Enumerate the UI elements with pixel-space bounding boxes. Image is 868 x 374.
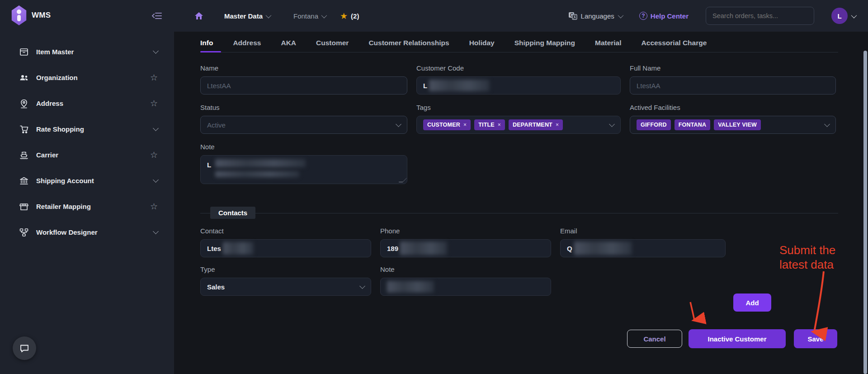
- favorites-indicator[interactable]: ★ (2): [340, 0, 359, 32]
- app-title: WMS: [32, 11, 51, 20]
- languages-label: Languages: [581, 12, 614, 20]
- workflow-icon: [19, 227, 29, 237]
- status-label: Status: [200, 104, 407, 111]
- tab-holiday[interactable]: Holiday: [469, 39, 495, 52]
- chevron-down-icon: [321, 12, 327, 18]
- tab-customer-relationships[interactable]: Customer Relationships: [368, 39, 449, 52]
- master-data-menu[interactable]: Master Data: [224, 0, 270, 32]
- actived-facilities-label: Actived Facilities: [630, 104, 836, 111]
- sidebar-item-carrier[interactable]: Carrier ☆: [0, 142, 174, 168]
- tag-chip: DEPARTMENT×: [509, 119, 563, 130]
- store-icon: [19, 202, 29, 212]
- sidebar-item-address[interactable]: Address ☆: [0, 90, 174, 116]
- home-icon[interactable]: [194, 11, 203, 20]
- redacted-value: [574, 241, 632, 255]
- tab-aka[interactable]: AKA: [281, 39, 296, 52]
- tab-info[interactable]: Info: [200, 39, 213, 52]
- question-icon: ?: [639, 12, 647, 20]
- scrollbar-thumb[interactable]: [863, 51, 867, 374]
- phone-label: Phone: [380, 227, 551, 235]
- star-icon[interactable]: ☆: [150, 151, 158, 159]
- sidebar-item-item-master[interactable]: Item Master: [0, 39, 174, 65]
- star-icon[interactable]: ☆: [150, 73, 158, 82]
- detail-tabs: Info Address AKA Customer Customer Relat…: [200, 39, 838, 52]
- facility-chip: VALLEY VIEW: [714, 119, 761, 130]
- cart-icon: [19, 124, 29, 134]
- tab-material[interactable]: Material: [595, 39, 622, 52]
- annotation-text: Submit the latest data: [779, 243, 835, 272]
- full-name-input[interactable]: LtestAA: [630, 76, 836, 95]
- sidebar-collapse-icon[interactable]: [152, 11, 162, 20]
- chevron-down-icon: [153, 125, 159, 131]
- cancel-button[interactable]: Cancel: [627, 330, 682, 348]
- people-icon: [19, 73, 29, 83]
- ship-icon: [19, 150, 29, 160]
- contact-input[interactable]: Ltes: [200, 239, 371, 257]
- tags-select[interactable]: CUSTOMER× TITLE× DEPARTMENT×: [416, 116, 621, 134]
- sidebar: Item Master Organization ☆ Address ☆ Rat…: [0, 32, 174, 374]
- chevron-down-icon: [618, 12, 623, 18]
- status-select[interactable]: Active: [200, 116, 407, 134]
- close-icon[interactable]: ×: [556, 122, 559, 128]
- app-logo[interactable]: WMS: [11, 5, 51, 25]
- actived-facilities-select[interactable]: GIFFORD FONTANA VALLEY VIEW: [630, 116, 836, 134]
- tab-accessorial-charge[interactable]: Accessorial Charge: [642, 39, 707, 52]
- type-select[interactable]: Sales: [200, 278, 371, 296]
- languages-menu[interactable]: G Languages: [568, 11, 622, 20]
- chat-button[interactable]: [13, 336, 36, 360]
- chevron-down-icon: [851, 12, 857, 18]
- customer-code-input[interactable]: L: [416, 76, 621, 95]
- global-search-input[interactable]: [706, 7, 814, 25]
- sidebar-item-rate-shopping[interactable]: Rate Shopping: [0, 116, 174, 142]
- tag-chip: TITLE×: [474, 119, 505, 130]
- chevron-down-icon: [396, 121, 401, 127]
- favorites-count: (2): [351, 12, 359, 20]
- facility-chip: GIFFORD: [637, 119, 671, 130]
- note-textarea[interactable]: L: [200, 155, 407, 184]
- main-content: Info Address AKA Customer Customer Relat…: [174, 32, 868, 374]
- inactive-customer-button[interactable]: Inactive Customer: [689, 329, 786, 348]
- sidebar-item-organization[interactable]: Organization ☆: [0, 65, 174, 90]
- help-center-link[interactable]: ? Help Center: [639, 12, 689, 20]
- tab-customer[interactable]: Customer: [316, 39, 349, 52]
- star-icon: ★: [340, 12, 348, 20]
- user-menu[interactable]: L: [831, 8, 855, 24]
- redacted-value: [400, 241, 447, 255]
- tab-shipping-mapping[interactable]: Shipping Mapping: [514, 39, 575, 52]
- tab-address[interactable]: Address: [233, 39, 261, 52]
- contact-note-label: Note: [380, 265, 551, 273]
- contact-note-input[interactable]: [380, 278, 551, 296]
- map-pin-icon: [19, 99, 29, 109]
- star-icon[interactable]: ☆: [150, 202, 158, 211]
- chevron-down-icon: [609, 121, 615, 127]
- add-button[interactable]: Add: [733, 294, 771, 312]
- tag-chip: CUSTOMER×: [423, 119, 471, 130]
- phone-input[interactable]: 189: [380, 239, 551, 257]
- save-button[interactable]: Save: [794, 329, 837, 348]
- chat-icon: [19, 343, 30, 354]
- contact-label: Contact: [200, 227, 371, 235]
- name-input[interactable]: LtestAA: [200, 76, 407, 95]
- close-icon[interactable]: ×: [463, 122, 467, 128]
- full-name-label: Full Name: [630, 64, 836, 72]
- tags-label: Tags: [416, 104, 621, 111]
- facility-selector[interactable]: Fontana: [293, 0, 326, 32]
- sidebar-item-workflow-designer[interactable]: Workflow Designer: [0, 219, 174, 245]
- type-label: Type: [200, 265, 371, 273]
- star-icon[interactable]: ☆: [150, 99, 158, 108]
- redacted-value: [387, 281, 434, 293]
- chevron-down-icon: [824, 121, 830, 127]
- redacted-value: [215, 159, 306, 167]
- close-icon[interactable]: ×: [498, 122, 501, 128]
- contacts-section-title: Contacts: [210, 207, 255, 219]
- sidebar-item-retailer-mapping[interactable]: Retailer Mapping ☆: [0, 194, 174, 219]
- chevron-down-icon: [266, 12, 272, 18]
- help-center-label: Help Center: [651, 12, 689, 20]
- wms-logo-icon: [11, 5, 27, 25]
- section-divider: [200, 213, 838, 213]
- sidebar-item-shipping-account[interactable]: Shipping Account: [0, 168, 174, 194]
- contacts-section-header: Contacts: [200, 207, 838, 219]
- chevron-down-icon: [153, 177, 159, 183]
- email-input[interactable]: Q: [560, 239, 726, 257]
- chevron-down-icon: [359, 283, 365, 289]
